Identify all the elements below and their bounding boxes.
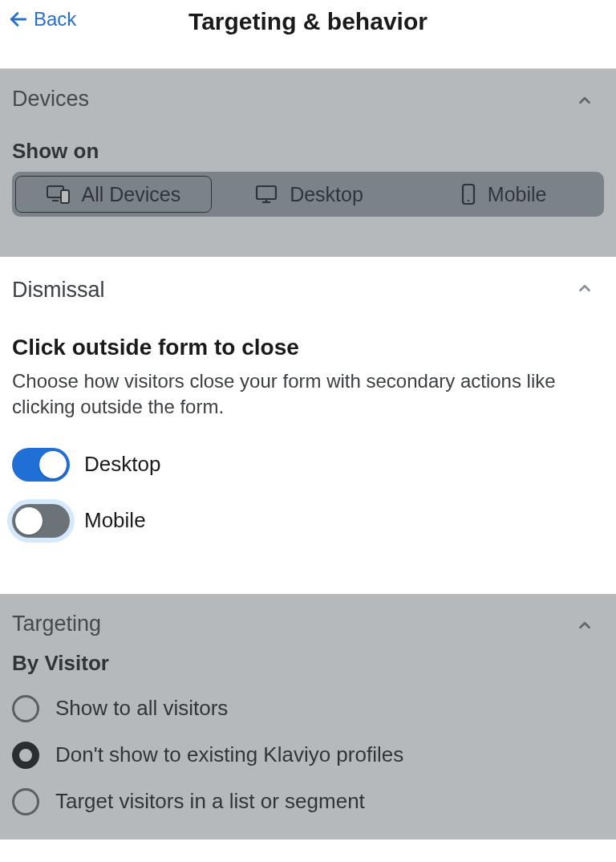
toggle-row-mobile: Mobile <box>12 504 604 538</box>
devices-title: Devices <box>12 87 604 112</box>
mobile-toggle-label: Mobile <box>84 508 146 533</box>
seg-option-mobile[interactable]: Mobile <box>406 176 601 213</box>
back-label: Back <box>34 8 76 30</box>
desktop-toggle[interactable] <box>12 448 70 482</box>
devices-section: Devices Show on All Devices <box>0 69 616 257</box>
chevron-up-icon[interactable] <box>576 616 594 634</box>
dismissal-section: Dismissal Click outside form to close Ch… <box>0 257 616 594</box>
svg-rect-3 <box>61 190 69 203</box>
devices-icon <box>47 184 71 205</box>
monitor-icon <box>254 184 278 205</box>
header: Back Targeting & behavior <box>0 0 616 68</box>
radio-indicator <box>12 695 39 722</box>
dismissal-title: Dismissal <box>12 278 604 303</box>
radio-label: Target visitors in a list or segment <box>55 789 365 814</box>
desktop-toggle-label: Desktop <box>84 452 160 477</box>
mobile-toggle[interactable] <box>12 504 70 538</box>
smartphone-icon <box>460 183 476 205</box>
radio-indicator <box>12 742 39 769</box>
radio-label: Don't show to existing Klaviyo profiles <box>55 742 403 767</box>
seg-option-desktop[interactable]: Desktop <box>212 176 407 213</box>
visitor-radio-group: Show to all visitors Don't show to exist… <box>12 685 604 825</box>
back-button[interactable]: Back <box>8 8 76 30</box>
radio-option-hide-existing[interactable]: Don't show to existing Klaviyo profiles <box>12 732 604 779</box>
seg-option-all-devices[interactable]: All Devices <box>15 176 212 213</box>
radio-label: Show to all visitors <box>55 696 228 721</box>
show-on-label: Show on <box>12 139 604 164</box>
radio-option-all-visitors[interactable]: Show to all visitors <box>12 685 604 732</box>
device-segmented-control: All Devices Desktop Mobile <box>12 172 604 217</box>
radio-indicator <box>12 788 39 815</box>
targeting-section: Targeting By Visitor Show to all visitor… <box>0 594 616 840</box>
page-title: Targeting & behavior <box>10 6 606 35</box>
toggle-row-desktop: Desktop <box>12 448 604 482</box>
toggle-knob <box>39 451 67 478</box>
targeting-title: Targeting <box>12 612 604 636</box>
chevron-up-icon[interactable] <box>576 91 594 109</box>
arrow-left-icon <box>8 9 29 30</box>
click-outside-description: Choose how visitors close your form with… <box>12 368 573 421</box>
toggle-knob <box>15 507 43 535</box>
chevron-up-icon[interactable] <box>576 279 594 297</box>
click-outside-heading: Click outside form to close <box>12 335 604 360</box>
radio-option-list-segment[interactable]: Target visitors in a list or segment <box>12 779 604 825</box>
seg-option-label: Desktop <box>290 183 363 206</box>
svg-rect-4 <box>257 186 276 199</box>
seg-option-label: All Devices <box>82 183 181 206</box>
by-visitor-label: By Visitor <box>12 651 604 676</box>
seg-option-label: Mobile <box>488 183 547 206</box>
